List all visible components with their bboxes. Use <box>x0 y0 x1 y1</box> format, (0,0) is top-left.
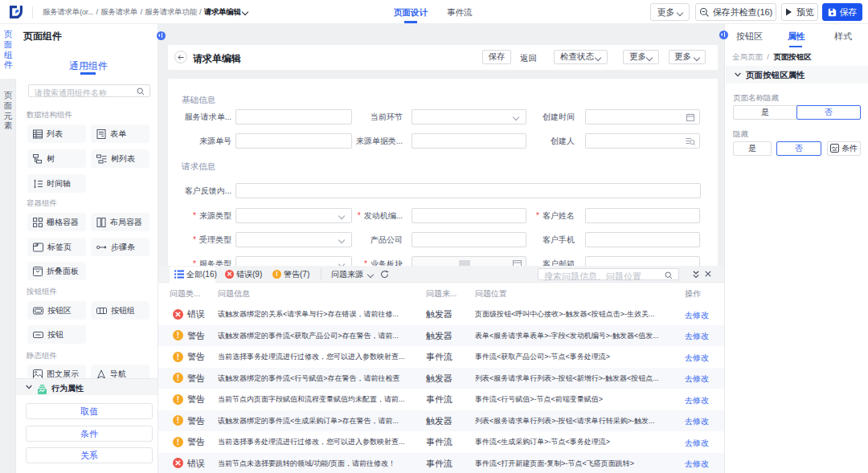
svg-text:TAB: TAB <box>35 243 39 246</box>
